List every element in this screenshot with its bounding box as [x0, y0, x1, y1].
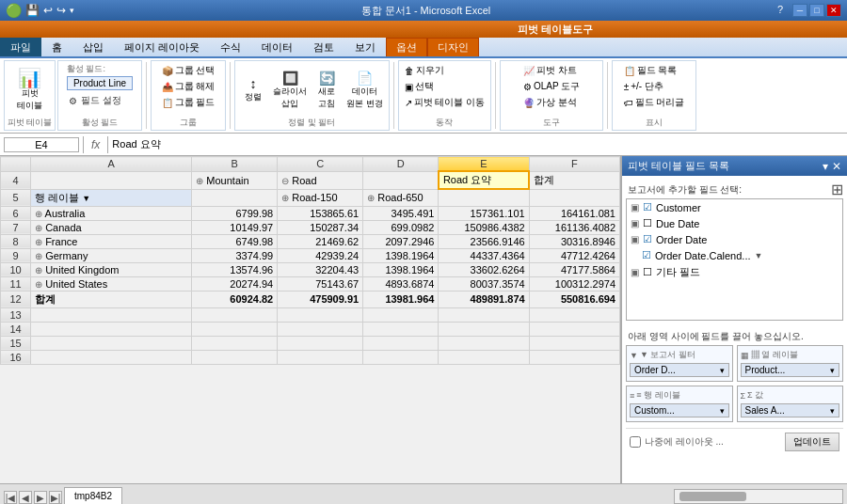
cell-a10[interactable]: ⊕ United Kingdom — [31, 262, 192, 276]
field-other[interactable]: ▣ ☐ 기타 필드 — [627, 263, 842, 281]
undo-qa-btn[interactable]: ↩ — [43, 4, 53, 17]
sheet-nav-prev[interactable]: ◀ — [19, 491, 32, 504]
group-release-btn[interactable]: 📤 그룹 해제 — [160, 79, 217, 94]
pivot-chart-btn[interactable]: 📈 피벗 차트 — [521, 63, 579, 78]
france-expand[interactable]: ⊕ — [35, 237, 42, 247]
tab-data[interactable]: 데이터 — [251, 38, 303, 56]
save-qa-btn[interactable]: 💾 — [25, 4, 40, 17]
australia-expand[interactable]: ⊕ — [35, 209, 42, 219]
cell-c11[interactable]: 75143.67 — [278, 276, 363, 291]
field-customer-expand[interactable]: ▣ — [631, 202, 639, 213]
cell-b8[interactable]: 6749.98 — [192, 234, 278, 248]
cell-reference[interactable] — [4, 137, 79, 152]
pivot-panel-close-btn[interactable]: ✕ — [832, 160, 841, 173]
cell-c14[interactable] — [278, 322, 363, 336]
tab-home[interactable]: 홈 — [41, 38, 72, 56]
cell-f10[interactable]: 47177.5864 — [529, 262, 619, 276]
formula-input[interactable] — [112, 139, 843, 150]
cell-f14[interactable] — [529, 322, 619, 336]
cell-a14[interactable] — [31, 322, 192, 336]
us-expand[interactable]: ⊕ — [35, 279, 42, 290]
cell-b4[interactable]: ⊕ Mountain — [192, 171, 278, 189]
table-row[interactable]: 11 ⊕ United States 20274.94 75143.67 489… — [1, 276, 620, 291]
restore-btn[interactable]: □ — [809, 4, 824, 17]
pivot-area-row-labels[interactable]: ≡ ≡ 행 레이블 Custom... ▾ — [626, 386, 733, 422]
sheet-nav-first[interactable]: |◀ — [4, 491, 17, 504]
cell-b14[interactable] — [192, 322, 278, 336]
cell-d6[interactable]: 3495.491 — [363, 206, 439, 220]
field-settings-btn[interactable]: ⚙ 필드 설정 — [67, 93, 123, 108]
cell-e10[interactable]: 33602.6264 — [439, 262, 529, 276]
cell-a15[interactable] — [31, 336, 192, 350]
cell-d13[interactable] — [363, 307, 439, 322]
pivot-area-values[interactable]: Σ Σ 값 Sales A... ▾ — [737, 386, 844, 422]
cell-a5[interactable]: 행 레이블 ▼ — [31, 189, 192, 206]
cell-c6[interactable]: 153865.61 — [278, 206, 363, 220]
field-duedate[interactable]: ▣ ☐ Due Date — [627, 215, 842, 231]
tab-formula[interactable]: 수식 — [210, 38, 251, 56]
field-select-btn[interactable]: ⊞ — [831, 181, 843, 198]
cell-d8[interactable]: 2097.2946 — [363, 234, 439, 248]
mountain-expand-icon[interactable]: ⊕ — [196, 176, 203, 186]
group-select-btn[interactable]: 📦 그룹 선택 — [160, 63, 217, 78]
field-other-expand[interactable]: ▣ — [631, 267, 639, 277]
cell-b9[interactable]: 3374.99 — [192, 248, 278, 262]
cell-d9[interactable]: 1398.1964 — [363, 248, 439, 262]
tab-file[interactable]: 파일 — [0, 38, 41, 56]
cell-c5[interactable]: ⊕ Road-150 — [278, 189, 363, 206]
cell-a7[interactable]: ⊕ Canada — [31, 220, 192, 234]
cell-a9[interactable]: ⊕ Germany — [31, 248, 192, 262]
cell-e8[interactable]: 23566.9146 — [439, 234, 529, 248]
field-headers-btn[interactable]: 🏷 필드 머리글 — [622, 95, 687, 110]
table-row[interactable]: 8 ⊕ France 6749.98 21469.62 2097.2946 23… — [1, 234, 620, 248]
table-row-total[interactable]: 12 합계 60924.82 475909.91 13981.964 48989… — [1, 291, 620, 307]
cell-b7[interactable]: 10149.97 — [192, 220, 278, 234]
field-other-checkbox[interactable]: ☐ — [643, 266, 652, 278]
cell-f4[interactable]: 합계 — [529, 171, 619, 189]
cell-e16[interactable] — [439, 350, 529, 364]
cell-c13[interactable] — [278, 307, 363, 322]
cell-a6[interactable]: ⊕ Australia — [31, 206, 192, 220]
col-c-header[interactable]: C — [278, 157, 363, 172]
cell-d16[interactable] — [363, 350, 439, 364]
tab-view[interactable]: 보기 — [344, 38, 386, 56]
report-filter-dropdown[interactable]: ▾ — [720, 366, 725, 375]
row-label-dropdown[interactable]: ▼ — [82, 194, 90, 203]
cell-d10[interactable]: 1398.1964 — [363, 262, 439, 276]
field-duedate-checkbox[interactable]: ☐ — [643, 217, 652, 229]
table-row[interactable]: 7 ⊕ Canada 10149.97 150287.34 699.0982 1… — [1, 220, 620, 234]
road-collapse-icon[interactable]: ⊖ — [281, 176, 289, 186]
cell-f15[interactable] — [529, 336, 619, 350]
cell-d11[interactable]: 4893.6874 — [363, 276, 439, 291]
col-f-header[interactable]: F — [529, 157, 619, 172]
h-scrollbar-thumb[interactable] — [679, 492, 746, 501]
cell-d5[interactable]: ⊕ Road-650 — [363, 189, 439, 206]
col-b-header[interactable]: B — [192, 157, 278, 172]
redo-qa-btn[interactable]: ↪ — [56, 4, 66, 17]
clear-btn[interactable]: 🗑 지우기 — [403, 63, 446, 78]
tab-options[interactable]: 옵션 — [386, 38, 427, 56]
cell-b11[interactable]: 20274.94 — [192, 276, 278, 291]
cell-b6[interactable]: 6799.98 — [192, 206, 278, 220]
road150-expand[interactable]: ⊕ — [281, 193, 289, 203]
cell-f6[interactable]: 164161.081 — [529, 206, 619, 220]
cell-b16[interactable] — [192, 350, 278, 364]
cell-b5[interactable] — [192, 189, 278, 206]
cell-e4[interactable]: Road 요약 — [439, 171, 529, 189]
select-btn[interactable]: ▣ 선택 — [403, 79, 436, 94]
values-dropdown[interactable]: ▾ — [830, 406, 835, 416]
pivot-area-column-labels[interactable]: ▦ ▦ 열 레이블 Product... ▾ — [737, 345, 844, 382]
row-labels-dropdown[interactable]: ▾ — [720, 406, 725, 416]
whatif-btn[interactable]: 🔮 가상 분석 — [521, 95, 579, 110]
uk-expand[interactable]: ⊕ — [35, 265, 42, 276]
olap-btn[interactable]: ⚙ OLAP 도구 — [521, 79, 582, 94]
cell-e7[interactable]: 150986.4382 — [439, 220, 529, 234]
pivot-panel-menu-btn[interactable]: ▾ — [823, 160, 828, 173]
cell-d7[interactable]: 699.0982 — [363, 220, 439, 234]
cell-f16[interactable] — [529, 350, 619, 364]
datasource-btn[interactable]: 📄 데이터원본 변경 — [344, 69, 385, 112]
cell-c16[interactable] — [278, 350, 363, 364]
cell-c10[interactable]: 32204.43 — [278, 262, 363, 276]
values-item-0[interactable]: Sales A... ▾ — [741, 403, 840, 417]
pivot-table-button[interactable]: 📊 피벗테이블 — [15, 67, 44, 114]
